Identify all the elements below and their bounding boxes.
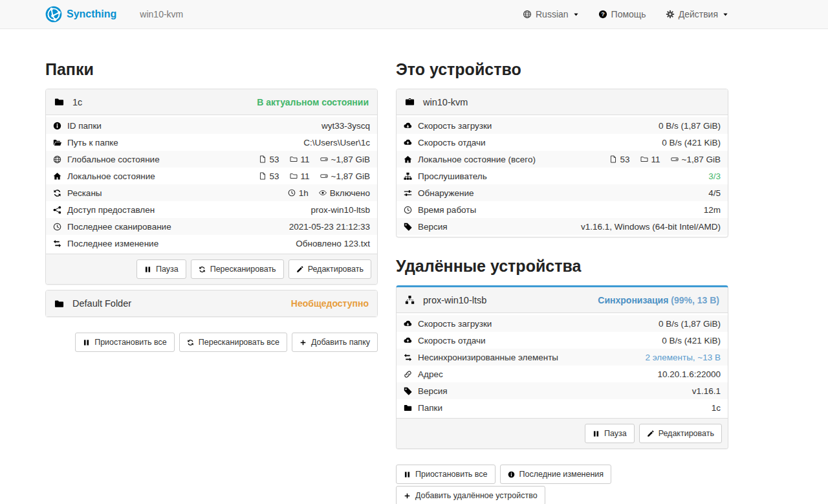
row-value: 2021-05-23 21:12:33: [289, 222, 370, 232]
row-label: Обнаружение: [418, 188, 474, 198]
exchange-icon: [53, 239, 61, 248]
recent-changes-button[interactable]: Последние изменения: [500, 465, 612, 484]
folder-status-badge: В актуальном состоянии: [257, 97, 369, 107]
row-value: v1.16.1: [692, 386, 721, 396]
link-icon: [404, 370, 412, 378]
out-of-sync-items-link[interactable]: 2 элементы, ~13 B: [645, 353, 721, 362]
row-label: Время работы: [418, 205, 476, 215]
row-label: Версия: [418, 386, 448, 396]
row-label: Путь к папке: [67, 138, 118, 148]
edit-device-button[interactable]: Редактировать: [639, 424, 722, 443]
row-value: 53 11 ~1,87 GiB: [259, 155, 370, 164]
pause-folder-button[interactable]: Пауза: [136, 259, 186, 279]
hdd-icon: [671, 155, 679, 163]
info-circle-icon: [53, 122, 61, 130]
rescan-folder-button[interactable]: Пересканировать: [191, 259, 284, 279]
gear-icon: [666, 10, 675, 19]
eye-icon: [319, 189, 327, 197]
row-label: Скорость загрузки: [418, 121, 492, 131]
info-circle-icon: [508, 471, 515, 478]
remote-device-header[interactable]: prox-win10-ltsb Синхронизация (99%, 13 B…: [397, 287, 728, 313]
navbar-device-name: win10-kvm: [140, 9, 183, 19]
default-folder-header[interactable]: Default Folder Необщедоступно: [46, 290, 377, 316]
caret-down-icon: [573, 12, 579, 17]
pause-all-devices-button[interactable]: Приостановить все: [396, 465, 496, 484]
device-icon: [405, 97, 415, 107]
row-value: 12m: [704, 205, 721, 215]
folders-footer-buttons: Приостановить все Пересканировать все До…: [45, 333, 378, 352]
language-menu[interactable]: Russian: [523, 9, 579, 19]
folder-row-shared-with: Доступ предоставлен prox-win10-ltsb: [46, 201, 377, 218]
remote-devices-section-title: Удалённые устройства: [396, 257, 728, 276]
clock-icon: [53, 223, 61, 231]
device-row-download-rate: Скорость загрузки 0 B/s (1,87 GiB): [397, 117, 728, 134]
folder-row-latest-change: Последнее изменение Обновлено 123.txt: [46, 235, 377, 252]
row-value: 53 11 ~1,87 GiB: [609, 155, 721, 164]
edit-folder-button[interactable]: Редактировать: [289, 259, 371, 279]
hdd-icon: [320, 172, 328, 180]
folder-outline-icon: [290, 155, 298, 163]
row-label: Доступ предоставлен: [67, 205, 155, 215]
tag-icon: [404, 223, 412, 231]
row-value: 10.20.1.6:22000: [657, 369, 721, 379]
remote-row-version: Версия v1.16.1: [397, 382, 728, 399]
this-device-header[interactable]: win10-kvm: [397, 89, 728, 115]
actions-menu[interactable]: Действия: [666, 9, 728, 19]
help-label: Помощь: [611, 9, 646, 19]
row-label: Последнее изменение: [67, 239, 158, 248]
globe-icon: [53, 155, 61, 164]
refresh-icon: [187, 339, 194, 346]
device-row-local-state: Локальное состояние (всего) 53 11 ~1,87 …: [397, 151, 728, 168]
folder-outline-icon: [290, 172, 298, 180]
row-value: 3/3: [708, 171, 721, 181]
actions-label: Действия: [679, 9, 718, 19]
pencil-icon: [647, 430, 654, 437]
row-label: Папки: [418, 403, 442, 413]
device-row-discovery: Обнаружение 4/5: [397, 184, 728, 201]
this-device-name: win10-kvm: [423, 97, 468, 107]
folder-name: 1c: [72, 97, 82, 107]
cloud-upload-icon: [404, 138, 412, 147]
row-label: Последнее сканирование: [67, 222, 171, 232]
folder-open-icon: [53, 138, 61, 147]
file-icon: [609, 155, 617, 163]
rescan-all-folders-button[interactable]: Пересканировать все: [179, 333, 287, 352]
remote-row-out-of-sync: Несинхронизированные элементы 2 элементы…: [397, 349, 728, 366]
row-label: Скорость отдачи: [418, 138, 486, 148]
row-value: 0 B/s (421 KiB): [662, 336, 721, 345]
row-value: 1c: [712, 403, 721, 413]
cloud-upload-icon: [404, 336, 412, 345]
folder-row-id: ID папки wyt33-3yscq: [46, 117, 377, 134]
folder-row-global-state: Глобальное состояние 53 11 ~1,87 GiB: [46, 151, 377, 168]
cloud-download-icon: [404, 122, 412, 130]
folder-row-rescans: Ресканы 1h Включено: [46, 184, 377, 201]
clock-icon: [404, 206, 412, 214]
folder-panel-header[interactable]: 1c В актуальном состоянии: [46, 89, 377, 115]
folder-icon: [404, 404, 412, 412]
folders-column: Папки 1c В актуальном состоянии ID папки…: [45, 60, 378, 504]
row-value: 1h Включено: [288, 188, 370, 198]
row-value: C:\Users\User\1c: [303, 138, 370, 148]
add-folder-button[interactable]: Добавить папку: [292, 333, 378, 352]
top-navbar: Syncthing win10-kvm Russian Помощь Дейст…: [0, 0, 828, 29]
pause-device-button[interactable]: Пауза: [585, 424, 635, 443]
folder-icon: [54, 299, 64, 309]
pause-all-folders-button[interactable]: Приостановить все: [75, 333, 175, 352]
syncthing-brand[interactable]: Syncthing: [45, 6, 116, 23]
share-icon: [53, 206, 61, 214]
folder-panel-default: Default Folder Необщедоступно: [45, 290, 378, 317]
devices-column: Это устройство win10-kvm Скорость загруз…: [396, 60, 728, 504]
row-value: prox-win10-ltsb: [310, 205, 370, 215]
add-remote-device-button[interactable]: Добавить удалённое устройство: [396, 486, 545, 504]
row-label: Локальное состояние (всего): [418, 155, 536, 164]
device-row-uptime: Время работы 12m: [397, 201, 728, 218]
row-label: Локальное состояние: [67, 171, 155, 181]
row-label: Глобальное состояние: [67, 155, 160, 164]
plus-icon: [300, 339, 307, 346]
help-menu[interactable]: Помощь: [598, 9, 646, 19]
sliders-icon: [404, 189, 412, 197]
folder-status-badge: Необщедоступно: [291, 298, 369, 309]
clock-icon: [288, 189, 296, 197]
row-value: 4/5: [708, 188, 721, 198]
remote-device-footer: Пауза Редактировать: [397, 418, 728, 448]
